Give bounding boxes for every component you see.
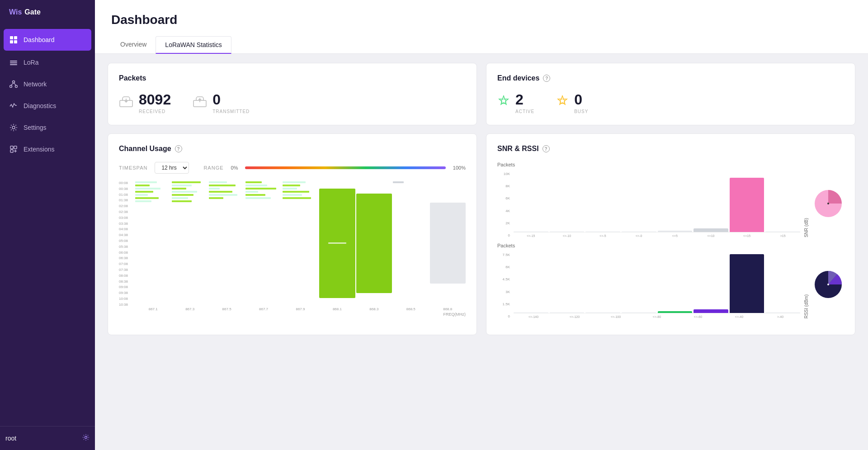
rssi-bar [550,313,585,313]
sidebar-item-diagnostics[interactable]: Diagnostics [0,95,95,117]
sidebar-item-label: Dashboard [24,36,55,43]
freq-col-8 [393,181,429,305]
end-devices-help[interactable]: ? [543,75,550,82]
freq-col-2 [172,181,208,305]
time-label: 07:38 [119,268,133,272]
packets-transmitted: 0 TRANSMITTED [193,91,250,114]
tab-lorawan[interactable]: LoRaWAN Statistics [156,36,231,54]
freq-col-5 [283,181,318,305]
active-value: 2 [515,91,534,108]
x-label: >15 [765,234,800,237]
sidebar-item-network[interactable]: Network [0,73,95,95]
rssi-bar [514,313,548,313]
sidebar-item-label: Network [24,81,47,88]
received-value: 8092 [139,91,171,108]
rssi-axis-label: RSSI (dBm) [804,285,809,318]
packets-received: 8092 RECEIVED [119,91,171,114]
freq-col-7-big [356,181,392,305]
sidebar-item-label: LoRa [24,59,38,66]
heatmap-chart: 00:08 00:38 01:08 01:38 02:08 02:38 03:0… [119,181,466,317]
sidebar-item-settings[interactable]: Settings [0,117,95,138]
svg-point-24 [827,203,829,204]
x-label: <=-120 [555,315,594,318]
rssi-y-axis: 7.5K 6K 4.5K 3K 1.5K 0 [497,253,510,318]
page-header: Dashboard Overview LoRaWAN Statistics [95,0,868,54]
freq-label: 868.1 [319,307,355,311]
snr-bar [658,231,693,232]
y-label: 2K [497,221,510,225]
snr-bars-area: <=-15 <=-10 <=-5 <=-0 <=5 <=10 <=15 >15 [514,169,800,237]
rssi-chart-row: 7.5K 6K 4.5K 3K 1.5K 0 [497,250,844,318]
active-label: ACTIVE [515,109,534,114]
freq-area: 867.1 867.3 867.5 867.7 867.9 868.1 868.… [135,181,466,317]
tabs: Overview LoRaWAN Statistics [111,36,852,53]
time-label: 05:08 [119,239,133,243]
snr-packets-label: Packets [497,162,844,167]
time-axis: 00:08 00:38 01:08 01:38 02:08 02:38 03:0… [119,181,133,317]
y-label: 0 [497,314,510,318]
snr-bar [765,232,800,232]
received-icon [119,95,133,111]
freq-label: 867.9 [283,307,318,311]
x-label: <=-60 [678,315,718,318]
dashboard-icon [9,35,18,44]
snr-bar [585,232,620,232]
sidebar-item-extensions[interactable]: Extensions [0,138,95,160]
svg-point-16 [85,436,87,439]
busy-value: 0 [574,91,588,108]
rssi-x-axis: <=-140 <=-120 <=-100 <=-80 <=-60 <=-40 >… [514,315,800,318]
timespan-label: TIMESPAN [119,165,147,171]
packets-stats: 8092 RECEIVED 0 [119,91,466,114]
y-label: 3K [497,290,510,294]
x-label: <=-40 [719,315,759,318]
snr-chart-row: 10K 8K 6K 4K 2K 0 [497,169,844,237]
rssi-bar [622,313,656,313]
page-title: Dashboard [111,13,852,27]
range-max: 100% [453,165,466,171]
time-label: 04:38 [119,233,133,237]
x-label: >-40 [760,315,800,318]
time-label: 07:08 [119,262,133,266]
channel-usage-card: Channel Usage ? TIMESPAN 12 hrs 24 hrs 6… [108,133,477,335]
y-label: 6K [497,265,510,269]
snr-bar [693,228,728,232]
snr-rssi-help[interactable]: ? [542,145,550,152]
heatmap-rows [135,181,466,305]
snr-bar [514,232,548,232]
time-label: 02:38 [119,210,133,214]
tab-overview[interactable]: Overview [111,36,156,54]
timespan-select[interactable]: 12 hrs 24 hrs 6 hrs [155,162,189,174]
sidebar: WisGate Dashboard [0,0,95,450]
sidebar-item-lora[interactable]: LoRa [0,52,95,73]
active-device-icon [497,95,510,110]
svg-rect-3 [14,40,17,43]
snr-section: Packets 10K 8K 6K 4K 2K 0 [497,162,844,237]
time-label: 09:08 [119,285,133,289]
y-label: 7.5K [497,253,510,257]
time-label: 03:08 [119,216,133,220]
freq-label: 867.7 [245,307,281,311]
user-settings-button[interactable] [82,434,90,443]
extensions-icon [9,145,18,154]
x-label: <=15 [730,234,764,237]
channel-help[interactable]: ? [175,145,182,152]
svg-rect-14 [14,146,17,149]
x-label: <=-10 [550,234,585,237]
rssi-bars-area: <=-140 <=-120 <=-100 <=-80 <=-60 <=-40 >… [514,250,800,318]
username: root [5,435,16,442]
lora-icon [9,58,18,67]
range-min: 0% [231,165,238,171]
svg-rect-6 [10,64,17,65]
snr-rssi-card: SNR & RSSI ? Packets 10K 8K 6K 4K 2K [486,133,855,335]
main-content: Dashboard Overview LoRaWAN Statistics Pa… [95,0,868,450]
packets-card: Packets 8092 RECEIVED [108,63,477,125]
time-label: 09:38 [119,291,133,295]
content-area: Packets 8092 RECEIVED [95,54,868,344]
y-label: 8K [497,184,510,188]
svg-line-10 [11,83,14,85]
y-label: 0 [497,233,510,237]
time-label: 01:08 [119,193,133,197]
time-label: 08:08 [119,274,133,278]
freq-col-9 [430,181,466,305]
sidebar-item-dashboard[interactable]: Dashboard [4,29,91,51]
